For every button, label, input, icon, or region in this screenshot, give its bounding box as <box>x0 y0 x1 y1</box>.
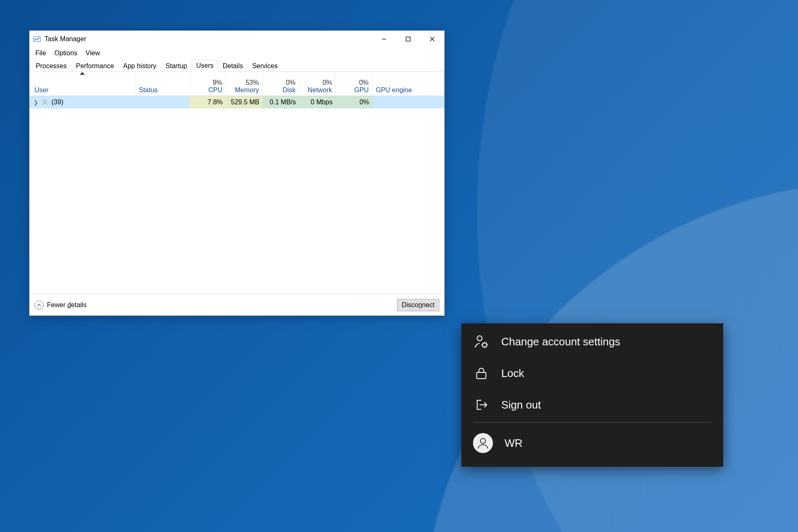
app-icon <box>33 35 41 43</box>
tab-services[interactable]: Services <box>248 60 282 72</box>
chevron-right-icon[interactable]: ❯ <box>34 99 38 106</box>
col-memory-label: Memory <box>235 86 259 94</box>
user-row[interactable]: ❯ (39) 7.8% 529.5 MB 0.1 MB/s 0 Mbps 0% <box>30 96 444 108</box>
fewer-label-2: etails <box>71 301 86 308</box>
tab-startup[interactable]: Startup <box>161 60 192 72</box>
disconnect-button[interactable]: Disconnect <box>397 299 439 311</box>
col-gpu[interactable]: 0% GPU <box>336 72 372 96</box>
network-cell: 0 Mbps <box>299 96 336 108</box>
col-disk[interactable]: 0% Disk <box>263 72 299 96</box>
col-memory-pct: 53% <box>246 79 259 86</box>
col-gpu-label: GPU <box>354 86 369 94</box>
svg-line-15 <box>483 347 483 347</box>
disconnect-u: n <box>418 301 422 308</box>
svg-point-18 <box>480 438 485 443</box>
menu-label: Lock <box>501 367 524 380</box>
footer: Fewer details Disconnect <box>30 294 444 315</box>
col-status-label: Status <box>139 86 186 94</box>
window-title: Task Manager <box>44 35 86 43</box>
person-icon <box>42 99 48 106</box>
disconnect-pre: Disco <box>401 301 418 308</box>
svg-line-12 <box>483 343 483 344</box>
col-user-label: User <box>34 86 132 94</box>
col-gpu-pct: 0% <box>359 79 369 86</box>
cpu-cell: 7.8% <box>190 96 226 108</box>
fewer-details-button[interactable]: Fewer details <box>34 300 86 310</box>
col-filler <box>426 72 444 96</box>
tab-performance[interactable]: Performance <box>71 60 119 72</box>
tab-users[interactable]: Users <box>192 60 218 72</box>
tabstrip: Processes Performance App history Startu… <box>30 59 444 72</box>
fewer-label-1: Fewer <box>47 301 67 308</box>
fewer-label-u: d <box>67 301 71 308</box>
person-gear-icon <box>473 334 490 350</box>
menu-change-account-settings[interactable]: Change account settings <box>461 326 723 357</box>
col-status[interactable]: Status <box>135 72 190 96</box>
svg-point-5 <box>44 100 46 102</box>
menubar: File Options View <box>30 47 444 59</box>
menu-label: Change account settings <box>501 335 620 348</box>
menu-label: Sign out <box>501 399 541 411</box>
menu-view[interactable]: View <box>82 49 103 58</box>
tab-processes[interactable]: Processes <box>31 60 71 72</box>
svg-rect-16 <box>477 372 486 379</box>
start-user-menu: Change account settings Lock Sign out <box>461 323 723 467</box>
avatar <box>473 433 493 453</box>
col-network[interactable]: 0% Network <box>299 72 336 96</box>
svg-rect-2 <box>406 37 410 41</box>
svg-point-6 <box>477 336 482 341</box>
user-initials: WR <box>505 437 522 450</box>
col-memory[interactable]: 53% Memory <box>226 72 263 96</box>
col-user[interactable]: User <box>30 72 135 96</box>
menu-separator <box>473 422 712 423</box>
gpu-engine-cell <box>372 96 426 108</box>
maximize-button[interactable] <box>396 31 420 47</box>
user-cell: ❯ (39) <box>30 96 135 108</box>
menu-file[interactable]: File <box>32 49 49 58</box>
disconnect-post: nect <box>422 301 434 308</box>
col-cpu-pct: 9% <box>213 79 222 86</box>
svg-line-14 <box>486 343 487 344</box>
users-grid: User Status 9% CPU 53% Memory 0% Disk 0%… <box>30 72 444 294</box>
col-network-pct: 0% <box>323 79 332 86</box>
gpu-cell: 0% <box>336 96 372 108</box>
memory-cell: 529.5 MB <box>226 96 263 108</box>
lock-icon <box>473 366 490 380</box>
titlebar[interactable]: Task Manager <box>30 31 444 47</box>
menu-current-user[interactable]: WR <box>461 424 723 462</box>
col-disk-pct: 0% <box>286 79 296 86</box>
col-gpu-engine[interactable]: GPU engine <box>372 72 426 96</box>
tab-details[interactable]: Details <box>218 60 248 72</box>
menu-lock[interactable]: Lock <box>461 357 723 389</box>
sort-ascending-icon <box>80 72 85 75</box>
status-cell <box>135 96 190 108</box>
menu-options[interactable]: Options <box>51 49 81 58</box>
grid-header: User Status 9% CPU 53% Memory 0% Disk 0%… <box>30 72 444 96</box>
minimize-button[interactable] <box>372 31 396 47</box>
close-button[interactable] <box>420 31 444 47</box>
svg-line-13 <box>486 347 487 347</box>
col-cpu-label: CPU <box>208 86 222 94</box>
chevron-up-icon <box>34 300 44 310</box>
col-network-label: Network <box>308 86 332 94</box>
disk-cell: 0.1 MB/s <box>263 96 299 108</box>
tab-app-history[interactable]: App history <box>118 60 161 72</box>
col-gpu-engine-label: GPU engine <box>376 86 423 94</box>
user-name: (39) <box>52 99 63 106</box>
col-disk-label: Disk <box>283 86 296 94</box>
col-cpu[interactable]: 9% CPU <box>190 72 226 96</box>
signout-icon <box>473 398 490 412</box>
menu-sign-out[interactable]: Sign out <box>461 389 723 421</box>
task-manager-window: Task Manager File Options View Processes… <box>29 30 445 316</box>
